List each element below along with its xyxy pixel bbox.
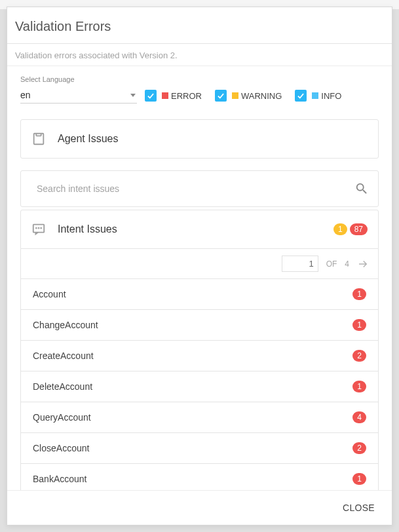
modal-footer: CLOSE bbox=[7, 490, 392, 525]
issue-count-badge: 1 bbox=[352, 381, 366, 392]
svg-rect-0 bbox=[34, 134, 44, 145]
chevron-down-icon bbox=[130, 94, 136, 97]
language-select[interactable]: Select Language en bbox=[20, 75, 137, 104]
svg-point-3 bbox=[39, 228, 39, 229]
info-color-swatch bbox=[312, 92, 318, 99]
issue-count-badge: 4 bbox=[352, 411, 366, 423]
issue-count-badge: 1 bbox=[352, 319, 366, 331]
svg-point-2 bbox=[36, 228, 37, 229]
intent-issues-header: Intent Issues 1 87 bbox=[21, 210, 378, 248]
error-count-badge: 87 bbox=[350, 223, 368, 235]
issue-row[interactable]: DeleteAccount1 bbox=[20, 371, 379, 402]
error-filter[interactable]: ERROR bbox=[145, 90, 207, 104]
modal-body[interactable]: Select Language en ERROR WARNING bbox=[7, 66, 392, 490]
next-page-icon[interactable] bbox=[357, 258, 369, 270]
search-icon[interactable] bbox=[354, 181, 369, 196]
search-input[interactable] bbox=[37, 183, 354, 194]
issue-name: QueryAccount bbox=[33, 412, 91, 423]
issue-row[interactable]: ChangeAccount1 bbox=[20, 310, 379, 341]
close-button[interactable]: CLOSE bbox=[336, 497, 381, 518]
svg-point-4 bbox=[41, 228, 41, 229]
checkbox-error[interactable] bbox=[145, 90, 157, 102]
page-input[interactable] bbox=[282, 256, 318, 272]
modal-header: Validation Errors bbox=[7, 7, 392, 44]
issue-count-badge: 2 bbox=[352, 350, 366, 362]
chat-icon bbox=[31, 222, 46, 237]
agent-issues-card[interactable]: Agent Issues bbox=[20, 119, 379, 159]
search-box[interactable] bbox=[20, 170, 379, 207]
info-label: INFO bbox=[321, 91, 341, 101]
warning-filter[interactable]: WARNING bbox=[215, 90, 287, 104]
warning-count-badge: 1 bbox=[333, 223, 347, 235]
intent-badges: 1 87 bbox=[333, 223, 368, 235]
error-color-swatch bbox=[162, 92, 168, 99]
language-label: Select Language bbox=[20, 75, 137, 83]
filter-row: Select Language en ERROR WARNING bbox=[20, 75, 379, 104]
validation-errors-modal: Validation Errors Validation errors asso… bbox=[7, 7, 392, 525]
issue-name: CloseAccount bbox=[33, 443, 89, 453]
issue-name: DeleteAccount bbox=[33, 381, 92, 392]
intent-issues-card[interactable]: Intent Issues 1 87 bbox=[20, 210, 379, 249]
warning-label: WARNING bbox=[241, 91, 282, 101]
pager-total: 4 bbox=[345, 259, 349, 269]
warning-color-swatch bbox=[232, 92, 238, 99]
agent-icon bbox=[31, 132, 46, 146]
issue-row[interactable]: Account1 bbox=[20, 279, 379, 310]
modal-subtitle: Validation errors associated with Versio… bbox=[7, 44, 392, 66]
language-value: en bbox=[20, 90, 31, 100]
error-label: ERROR bbox=[171, 91, 202, 101]
issue-row[interactable]: BankAccount1 bbox=[20, 464, 379, 490]
issue-name: BankAccount bbox=[33, 474, 87, 484]
checkbox-warning[interactable] bbox=[215, 90, 227, 102]
checkbox-info[interactable] bbox=[295, 90, 307, 102]
issue-row[interactable]: CloseAccount2 bbox=[20, 433, 379, 464]
issues-list: Account1ChangeAccount1CreateAccount2Dele… bbox=[20, 279, 379, 490]
issue-row[interactable]: QueryAccount4 bbox=[20, 402, 379, 433]
info-filter[interactable]: INFO bbox=[295, 90, 347, 104]
modal-title: Validation Errors bbox=[15, 19, 385, 34]
pagination: OF 4 bbox=[20, 249, 379, 279]
issue-name: CreateAccount bbox=[33, 351, 94, 361]
intent-issues-title: Intent Issues bbox=[58, 223, 322, 235]
issue-count-badge: 1 bbox=[352, 288, 366, 300]
issue-count-badge: 2 bbox=[352, 442, 366, 454]
language-value-row[interactable]: en bbox=[20, 87, 137, 104]
agent-issues-header: Agent Issues bbox=[21, 120, 378, 158]
pager-of-label: OF bbox=[326, 259, 337, 269]
issue-name: ChangeAccount bbox=[33, 320, 98, 330]
agent-issues-title: Agent Issues bbox=[58, 133, 368, 145]
issue-count-badge: 1 bbox=[352, 473, 366, 485]
issue-name: Account bbox=[33, 289, 66, 299]
issue-row[interactable]: CreateAccount2 bbox=[20, 341, 379, 371]
